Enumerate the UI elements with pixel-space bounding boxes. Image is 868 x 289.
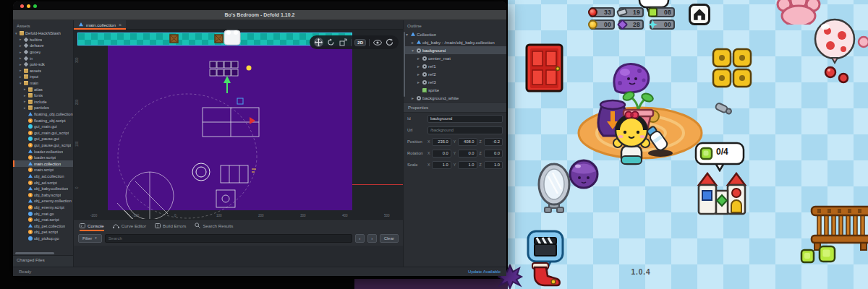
2d-mode-toggle[interactable]: 2D [354, 39, 366, 46]
caret-right-icon[interactable]: ▸ [20, 56, 23, 60]
assets-item-particles[interactable]: ▸particles [13, 105, 73, 111]
scale-tool-button[interactable] [339, 38, 348, 47]
assets-item-builtins[interactable]: ▸builtins [13, 37, 73, 43]
assets-item-obj-mat-script[interactable]: obj_mat.script [13, 217, 73, 223]
assets-item-defold-hacknslash[interactable]: ▾Defold-HackNSlash [13, 30, 73, 37]
assets-item-obj-enemy-script[interactable]: obj_enemy.script [13, 204, 73, 211]
caret-down-icon[interactable]: ▾ [412, 48, 416, 53]
assets-item-main-script[interactable]: main.script [13, 167, 73, 173]
rotate-tool-button[interactable] [326, 38, 336, 47]
caret-down-icon[interactable]: ▾ [15, 32, 19, 35]
assets-item-obj-pickup-go[interactable]: obj_pickup.go [13, 236, 73, 242]
assets-item-defsave[interactable]: ▸defsave [13, 43, 73, 49]
assets-item-gui-main-gui-script[interactable]: gui_main.gui_script [13, 130, 73, 137]
caret-right-icon[interactable]: ▸ [417, 80, 422, 85]
scale-x-input[interactable]: 1.0 [432, 161, 451, 169]
outline-item-ref1[interactable]: ▸ref1 [404, 62, 506, 70]
assets-item-in[interactable]: ▸in [13, 55, 73, 61]
visibility-tool-button[interactable] [373, 38, 382, 47]
filter-button[interactable]: Filter ▼ [78, 234, 102, 243]
caret-right-icon[interactable]: ▸ [24, 87, 27, 91]
tab-main-collection[interactable]: main.collection × [74, 20, 126, 29]
vertical-scrollbar[interactable] [404, 32, 405, 97]
rotation-z-input[interactable]: 0.0 [484, 150, 503, 158]
caret-right-icon[interactable]: ▸ [20, 51, 23, 54]
assets-item-main-collection[interactable]: main.collection [13, 160, 73, 167]
assets-item-atlas[interactable]: ▸atlas [13, 86, 73, 92]
assets-item-floating-obj-script[interactable]: floating_obj.script [13, 117, 73, 124]
caret-right-icon[interactable]: ▸ [412, 40, 416, 45]
maximize-window-button[interactable] [33, 4, 37, 8]
assets-horizontal-scrollbar[interactable] [15, 252, 71, 254]
caret-right-icon[interactable]: ▸ [417, 72, 422, 77]
changed-files-section[interactable]: Changed Files [13, 255, 73, 267]
rotation-y-input[interactable]: 0.0 [458, 150, 477, 158]
console-search-input[interactable] [105, 234, 352, 243]
caret-right-icon[interactable]: ▸ [20, 69, 23, 72]
minimize-window-button[interactable] [27, 4, 30, 8]
rotation-x-input[interactable]: 0.0 [432, 150, 451, 158]
caret-right-icon[interactable]: ▸ [417, 64, 422, 69]
position-x-input[interactable]: 235.0 [432, 138, 451, 146]
assets-item-fonts[interactable]: ▸fonts [13, 92, 73, 99]
close-window-button[interactable] [20, 4, 24, 8]
assets-item-obj-enemy-collection[interactable]: obj_enemy.collection [13, 198, 73, 204]
scale-y-input[interactable]: 1.0 [458, 161, 477, 169]
scale-z-input[interactable]: 1.0 [484, 161, 503, 169]
caret-right-icon[interactable]: ▸ [412, 96, 416, 100]
console-tab-console[interactable]: Console [80, 220, 104, 231]
outline-item-ref2[interactable]: ▸ref2 [404, 70, 506, 78]
assets-item-loader-collection[interactable]: loader.collection [13, 148, 73, 155]
titlebar[interactable]: Bo's Bedroom - Defold 1.10.2 [13, 10, 506, 20]
id-input[interactable]: background [427, 115, 503, 123]
outline-item-sprite[interactable]: sprite [404, 86, 506, 94]
outline-item-ref3[interactable]: ▸ref3 [404, 78, 506, 86]
move-tool-button[interactable] [314, 38, 323, 47]
url-input[interactable]: /background [427, 126, 503, 134]
reset-camera-button[interactable] [385, 38, 394, 47]
caret-right-icon[interactable]: ▸ [20, 63, 23, 66]
scene-viewport[interactable]: -200-1000100200300400500 3002001000-100 [74, 30, 403, 219]
assets-item-obj-pet-script[interactable]: obj_pet.script [13, 229, 73, 236]
home-button[interactable] [689, 4, 710, 25]
console-tab-search-results[interactable]: Search Results [195, 220, 233, 231]
outline-item-background-white[interactable]: ▸background_white [404, 94, 506, 102]
assets-item-obj-ad-collection[interactable]: obj_ad.collection [13, 173, 73, 180]
clear-console-button[interactable]: Clear [380, 234, 399, 243]
assets-item-poki-sdk[interactable]: ▸poki-sdk [13, 61, 73, 68]
caret-right-icon[interactable]: ▸ [417, 56, 422, 61]
prev-result-button[interactable]: ‹ [355, 234, 365, 243]
outline-item-background[interactable]: ▾background [404, 46, 506, 54]
caret-right-icon[interactable]: ▸ [24, 106, 27, 110]
assets-item-obj-mat-go[interactable]: obj_mat.go [13, 210, 73, 217]
assets-item-obj-baby-collection[interactable]: obj_baby.collection [13, 186, 73, 192]
assets-item-include[interactable]: ▸include [13, 99, 73, 105]
assets-item-floating-obj-collection[interactable]: floating_obj.collection [13, 111, 73, 118]
assets-item-loader-script[interactable]: loader.script [13, 155, 73, 161]
caret-right-icon[interactable]: ▸ [24, 100, 27, 103]
console-output[interactable] [74, 246, 403, 267]
next-result-button[interactable]: › [367, 234, 377, 243]
assets-item-assets[interactable]: ▸assets [13, 68, 73, 74]
assets-item-obj-pet-collection[interactable]: obj_pet.collection [13, 223, 73, 229]
assets-item-gui-pause-gui[interactable]: gui_pause.gui [13, 136, 73, 142]
caret-down-icon[interactable]: ▾ [20, 82, 23, 85]
assets-item-gui-main-gui[interactable]: gui_main.gui [13, 124, 73, 130]
outline-item-obj-baby-main-obj-baby-collection[interactable]: ▸obj_baby - /main/obj_baby.collection [404, 38, 506, 46]
caret-right-icon[interactable]: ▸ [24, 94, 27, 98]
position-y-input[interactable]: 408.0 [458, 138, 477, 146]
caret-right-icon[interactable]: ▸ [20, 75, 23, 79]
assets-item-gooey[interactable]: ▸gooey [13, 49, 73, 56]
console-tab-build-errors[interactable]: Build Errors [155, 220, 186, 231]
assets-item-input[interactable]: ▸input [13, 74, 73, 80]
outline-item-collection[interactable]: ▾Collection [404, 30, 506, 38]
caret-right-icon[interactable]: ▸ [20, 38, 23, 41]
quest-bubble[interactable]: 0/4 [694, 142, 746, 172]
caret-down-icon[interactable]: ▾ [406, 33, 410, 37]
outline-item-center-mat[interactable]: ▸center_mat [404, 54, 506, 62]
caret-right-icon[interactable]: ▸ [20, 44, 23, 48]
assets-item-main[interactable]: ▾main [13, 80, 73, 87]
position-z-input[interactable]: -0.2 [484, 138, 503, 146]
assets-item-obj-baby-script[interactable]: obj_baby.script [13, 191, 73, 198]
assets-item-gui-pause-gui-script[interactable]: gui_pause.gui_script [13, 142, 73, 149]
